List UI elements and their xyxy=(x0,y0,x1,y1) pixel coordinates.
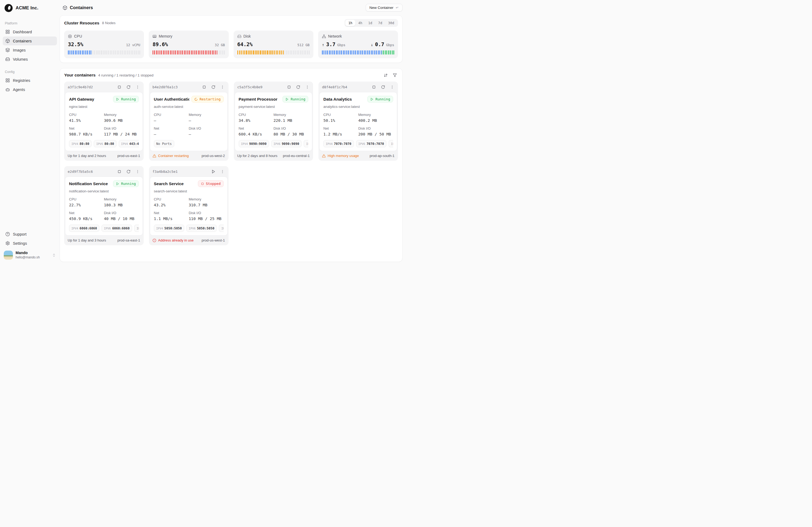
container-name: Notification Service xyxy=(69,181,108,186)
metric-value: 1.2 MB/s xyxy=(323,132,358,136)
more-menu-button[interactable] xyxy=(304,84,310,90)
cluster-title: Cluster Resouces xyxy=(64,21,99,26)
stop-icon xyxy=(201,182,204,185)
sidebar-item-settings[interactable]: Settings xyxy=(3,239,57,248)
new-container-button[interactable]: New Container ↵ xyxy=(366,4,403,12)
cpu-icon xyxy=(68,34,72,39)
port-proto: IPV4 xyxy=(121,142,128,146)
metric-value: 41.5% xyxy=(69,118,104,123)
stop-button[interactable] xyxy=(371,84,377,90)
resource-card-disk: Disk64.2%512 GB xyxy=(234,31,313,58)
container-region: prod-us-east-1 xyxy=(117,154,140,158)
restart-button[interactable] xyxy=(126,168,132,175)
usage-meter xyxy=(237,50,309,55)
more-menu-button[interactable] xyxy=(134,168,141,175)
container-metrics: CPU50.1%Memory400.2 MBNet1.2 MB/sDisk I/… xyxy=(323,113,393,136)
time-range-7d[interactable]: 7d xyxy=(375,20,385,26)
port-chips: IPV49090:9090IPV69090:9090IPV494 xyxy=(239,140,308,147)
metric: Disk I/O117 MB / 24 MB xyxy=(104,126,139,136)
metric: Net450.9 KB/s xyxy=(69,211,104,221)
user-menu[interactable]: Mando hello@mando.sh xyxy=(3,248,57,261)
port-value: 5050:5050 xyxy=(164,226,182,230)
resource-value: 32.5% xyxy=(68,41,83,47)
resource-label: Disk xyxy=(244,34,251,39)
sort-button[interactable] xyxy=(382,72,389,78)
footer-text: Up for 1 day and 3 hours xyxy=(68,238,106,242)
sidebar-item-support[interactable]: Support xyxy=(3,230,57,239)
restart-button[interactable] xyxy=(295,84,301,90)
container-card-footer: Container restartingprod-us-west-2 xyxy=(149,151,229,161)
metric-label: Net xyxy=(154,126,189,131)
time-range-4h[interactable]: 4h xyxy=(355,20,365,26)
avatar xyxy=(4,251,13,260)
metric-label: Disk I/O xyxy=(189,126,224,131)
status-badge: Running xyxy=(113,180,139,187)
status-label: Running xyxy=(121,97,136,101)
restart-button[interactable] xyxy=(380,84,386,90)
metric-label: Net xyxy=(69,211,104,215)
time-range-1d[interactable]: 1d xyxy=(365,20,375,26)
metric: Net600.4 KB/s xyxy=(239,126,274,136)
container-image: payment-service:latest xyxy=(239,105,308,109)
port-value: 443:443 xyxy=(129,142,139,146)
sidebar-item-containers[interactable]: Containers xyxy=(3,36,57,45)
metric-label: Memory xyxy=(189,113,224,117)
metric-value: 110 MB / 25 MB xyxy=(189,216,224,221)
container-footer-status: Up for 1 day and 3 hours xyxy=(68,238,106,242)
more-menu-button[interactable] xyxy=(134,84,141,90)
sidebar-item-agents[interactable]: Agents xyxy=(3,85,57,94)
status-badge: Running xyxy=(282,96,308,103)
grid-icon xyxy=(5,78,10,82)
sidebar-footer: SupportSettings Mando hello@mando.sh xyxy=(3,229,57,261)
port-proto: IPV4 xyxy=(137,227,139,230)
metric-label: Net xyxy=(154,211,189,215)
stop-button[interactable] xyxy=(286,84,292,90)
container-card-footer: Up for 1 day and 2 hoursprod-us-east-1 xyxy=(64,151,144,161)
sidebar-item-registries[interactable]: Registries xyxy=(3,76,57,85)
port-proto: IPV4 xyxy=(326,142,332,146)
sidebar-item-label: Support xyxy=(13,232,27,236)
container-card-body: Notification ServiceRunningnotification-… xyxy=(65,177,143,236)
port-chip: IPV474 xyxy=(389,140,393,147)
sidebar-item-label: Volumes xyxy=(13,57,28,61)
container-id: e2d9f7b5a5c6 xyxy=(68,169,114,174)
filter-button[interactable] xyxy=(392,72,398,78)
port-chip: IPV494 xyxy=(304,140,308,147)
container-id: d8f4e8f1c7b4 xyxy=(322,85,368,89)
metric-value: – xyxy=(154,118,189,123)
stop-button[interactable] xyxy=(116,84,123,90)
restart-button[interactable] xyxy=(210,84,217,90)
sidebar-item-dashboard[interactable]: Dashboard xyxy=(3,27,57,36)
more-menu-button[interactable] xyxy=(219,84,226,90)
metric-label: Disk I/O xyxy=(358,126,393,131)
cluster-nodes: 8 Nodes xyxy=(102,21,115,25)
resource-card-network: Network↑3.7Gbps↓0.7Gbps xyxy=(318,31,398,58)
container-metrics: CPU34.8%Memory220.1 MBNet600.4 KB/sDisk … xyxy=(239,113,308,136)
arrow-up-icon: ↑ xyxy=(322,42,324,47)
container-image: notification-service:latest xyxy=(69,189,139,193)
sidebar-item-label: Agents xyxy=(13,88,25,92)
stop-button[interactable] xyxy=(116,168,123,175)
metric-label: CPU xyxy=(154,197,189,201)
resource-capacity: 12 vCPU xyxy=(126,43,141,47)
sidebar-item-images[interactable]: Images xyxy=(3,46,57,55)
resource-capacity: 32 GB xyxy=(215,43,225,47)
container-image: analytics-service:latest xyxy=(323,105,393,109)
more-menu-button[interactable] xyxy=(389,84,395,90)
metric-value: 450.9 KB/s xyxy=(69,216,104,221)
time-range-1h[interactable]: 1h xyxy=(345,20,355,26)
new-container-label: New Container xyxy=(369,6,393,10)
container-card-body: Search ServiceStoppedsearch-service:late… xyxy=(150,177,228,236)
more-menu-button[interactable] xyxy=(219,168,226,175)
footer-text: Up for 2 days and 8 hours xyxy=(237,154,278,158)
stop-button[interactable] xyxy=(201,84,207,90)
network-down-value: 0.7 xyxy=(375,41,384,47)
resource-label: Network xyxy=(328,34,342,39)
time-range-30d[interactable]: 30d xyxy=(385,20,397,26)
sidebar-item-volumes[interactable]: Volumes xyxy=(3,55,57,64)
port-chip: IPV69090:9090 xyxy=(271,140,302,147)
footer-text: High memory usage xyxy=(328,154,359,158)
port-value: 80:80 xyxy=(104,142,114,146)
restart-button[interactable] xyxy=(126,84,132,90)
start-button[interactable] xyxy=(210,168,217,175)
